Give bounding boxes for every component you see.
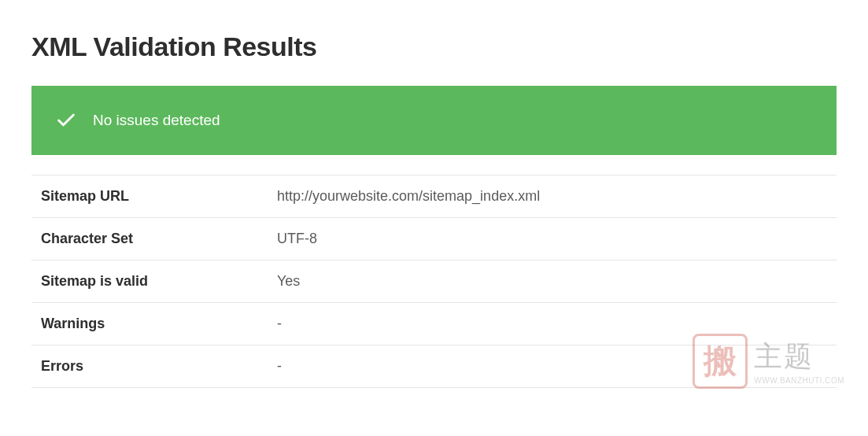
- result-label: Warnings: [31, 303, 268, 345]
- result-value: Yes: [268, 260, 837, 303]
- results-table: Sitemap URL http://yourwebsite.com/sitem…: [31, 175, 837, 388]
- result-value: http://yourwebsite.com/sitemap_index.xml: [268, 176, 837, 218]
- table-row: Sitemap is valid Yes: [31, 260, 837, 303]
- table-row: Warnings -: [31, 303, 837, 345]
- result-label: Sitemap URL: [31, 176, 268, 218]
- status-banner: No issues detected: [31, 86, 837, 155]
- result-value: UTF-8: [268, 218, 837, 260]
- status-message: No issues detected: [93, 112, 220, 129]
- table-row: Errors -: [31, 345, 837, 388]
- page-title: XML Validation Results: [31, 31, 837, 62]
- result-value: -: [268, 303, 837, 345]
- result-label: Sitemap is valid: [31, 260, 268, 303]
- result-label: Errors: [31, 345, 268, 388]
- table-row: Sitemap URL http://yourwebsite.com/sitem…: [31, 176, 837, 218]
- result-value: -: [268, 345, 837, 388]
- result-label: Character Set: [31, 218, 268, 260]
- results-card: XML Validation Results No issues detecte…: [0, 0, 868, 436]
- check-icon: [55, 109, 77, 131]
- table-row: Character Set UTF-8: [31, 218, 837, 260]
